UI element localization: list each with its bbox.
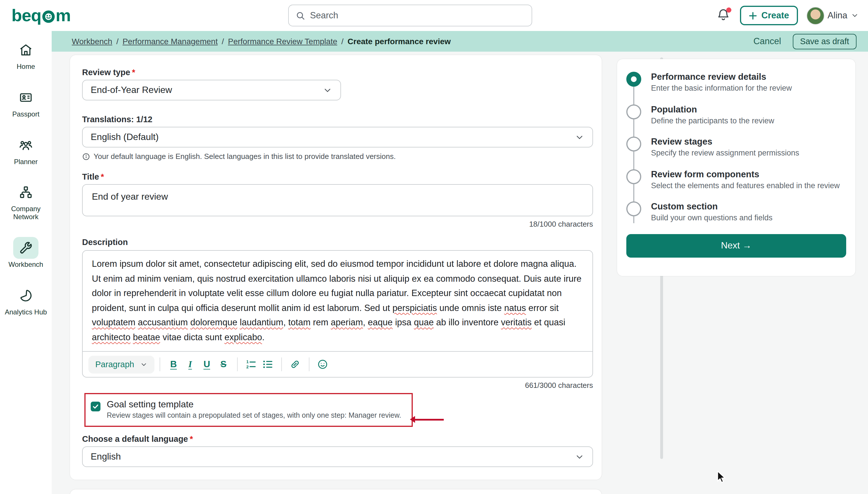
numbered-list-icon[interactable]: 12 <box>243 356 259 373</box>
step-review-form-components[interactable]: Review form components Select the elemen… <box>626 169 846 190</box>
sidebar-item-workbench[interactable]: Workbench <box>0 237 52 269</box>
passport-icon <box>13 87 38 109</box>
step-title: Review stages <box>651 136 799 147</box>
step-description: Select the elements and features enabled… <box>651 180 839 190</box>
cancel-button[interactable]: Cancel <box>754 36 781 46</box>
title-char-counter: 18/1000 characters <box>82 220 593 228</box>
goal-setting-annotation-box: Goal setting template Review stages will… <box>85 393 413 427</box>
create-button[interactable]: Create <box>740 6 798 25</box>
top-bar: beqm Create Alina <box>0 0 868 31</box>
company-network-icon <box>13 182 38 203</box>
step-indicator <box>626 202 641 216</box>
goal-setting-checkbox[interactable] <box>91 402 100 411</box>
required-marker: * <box>132 68 135 77</box>
sidebar-nav: Home Passport Planner Company Network Wo… <box>0 31 52 494</box>
sidebar-item-passport[interactable]: Passport <box>0 87 52 119</box>
chevron-down-icon <box>575 452 585 461</box>
translations-info-text: Your default language is English. Select… <box>94 152 396 160</box>
description-word: . <box>262 332 265 342</box>
sidebar-item-planner[interactable]: Planner <box>0 134 52 166</box>
breadcrumb-bar: Workbench / Performance Management / Per… <box>52 31 868 52</box>
logo-smiley-o-icon <box>42 10 55 23</box>
goal-setting-description: Review stages will contain a prepopulate… <box>107 411 401 419</box>
workbench-icon <box>13 237 38 259</box>
step-indicator <box>626 169 641 184</box>
description-word: aperiam <box>331 317 363 327</box>
italic-button[interactable]: I <box>182 356 198 373</box>
chevron-down-icon <box>851 12 859 19</box>
step-title: Custom section <box>651 202 772 212</box>
step-review-stages[interactable]: Review stages Specify the review assignm… <box>626 136 846 158</box>
description-word: doloremque <box>190 317 237 327</box>
default-language-select[interactable]: English <box>82 446 593 467</box>
plus-icon <box>749 11 757 20</box>
beqom-logo[interactable]: beqm <box>12 6 71 25</box>
wizard-stepper-panel: Performance review details Enter the bas… <box>617 59 855 276</box>
link-icon[interactable] <box>287 356 303 373</box>
description-word: unde omnis iste <box>437 303 504 312</box>
user-name: Alina <box>828 10 847 21</box>
sidebar-item-company-network[interactable]: Company Network <box>0 182 52 222</box>
app-root: beqm Create Alina <box>0 0 868 494</box>
sidebar-item-home[interactable]: Home <box>0 39 52 71</box>
description-word: , <box>363 317 368 327</box>
review-details-card: Review type* End-of-Year Review Translat… <box>70 55 602 480</box>
description-word: perspiciatis <box>392 303 437 312</box>
title-input[interactable]: End of year review <box>82 184 593 216</box>
description-word: , <box>283 317 288 327</box>
breadcrumb-separator: / <box>341 37 344 46</box>
toolbar-divider <box>237 358 237 371</box>
sidebar-item-label: Home <box>17 63 35 71</box>
underline-button[interactable]: U <box>198 356 215 373</box>
info-icon <box>82 152 90 160</box>
notifications-bell-icon[interactable] <box>717 8 732 23</box>
description-word: et quasi <box>532 317 565 327</box>
next-button[interactable]: Next → <box>626 234 846 257</box>
paragraph-style-dropdown[interactable]: Paragraph <box>88 356 154 373</box>
description-label: Description <box>82 238 593 247</box>
translations-info: Your default language is English. Select… <box>82 152 593 160</box>
title-label: Title* <box>82 172 593 181</box>
step-custom-section[interactable]: Custom section Build your own questions … <box>626 202 846 223</box>
goal-setting-text: Goal setting template Review stages will… <box>107 399 401 419</box>
bullet-list-icon[interactable] <box>259 356 276 373</box>
step-description: Specify the review assignment permission… <box>651 148 799 158</box>
chevron-down-icon <box>322 85 332 95</box>
description-toolbar: Paragraph B I U S 12 <box>83 352 592 377</box>
step-title: Review form components <box>651 169 839 179</box>
bold-button[interactable]: B <box>165 356 182 373</box>
step-population[interactable]: Population Define the participants to th… <box>626 104 846 126</box>
user-menu[interactable]: Alina <box>806 6 859 24</box>
sidebar-item-label: Workbench <box>8 261 43 269</box>
strikethrough-button[interactable]: S <box>215 356 232 373</box>
step-description: Define the participants to the review <box>651 116 774 126</box>
breadcrumb-link-performance-review-template[interactable]: Performance Review Template <box>228 37 337 46</box>
breadcrumb-actions: Cancel Save as draft <box>754 34 856 49</box>
svg-text:1: 1 <box>246 359 248 364</box>
description-word <box>130 332 133 342</box>
required-marker: * <box>190 434 193 443</box>
emoji-icon[interactable] <box>314 356 331 373</box>
description-word: eaque <box>368 317 393 327</box>
default-language-label: Choose a default language* <box>82 434 593 443</box>
description-word: natus <box>504 303 526 312</box>
logo-text-prefix: beq <box>12 6 41 25</box>
description-word: voluptatem <box>92 317 135 327</box>
toolbar-divider <box>281 358 282 371</box>
description-word: veritatis <box>501 317 532 327</box>
sidebar-item-analytics-hub[interactable]: Analytics Hub <box>0 285 52 317</box>
breadcrumb-link-workbench[interactable]: Workbench <box>72 37 112 46</box>
description-text[interactable]: Lorem ipsum dolor sit amet, consectetur … <box>83 251 592 352</box>
description-editor: Lorem ipsum dolor sit amet, consectetur … <box>82 250 593 378</box>
review-type-select[interactable]: End-of-Year Review <box>82 80 341 100</box>
step-description: Enter the basic information for the revi… <box>651 83 792 93</box>
global-search[interactable] <box>288 5 532 26</box>
review-type-label: Review type* <box>82 68 593 77</box>
step-performance-review-details[interactable]: Performance review details Enter the bas… <box>626 72 846 93</box>
description-word: beatae <box>133 332 160 342</box>
translations-select[interactable]: English (Default) <box>82 127 593 148</box>
search-input[interactable] <box>310 10 525 21</box>
breadcrumb-link-performance-management[interactable]: Performance Management <box>123 37 218 46</box>
save-as-draft-button[interactable]: Save as draft <box>793 34 856 49</box>
chevron-down-icon <box>140 361 147 368</box>
